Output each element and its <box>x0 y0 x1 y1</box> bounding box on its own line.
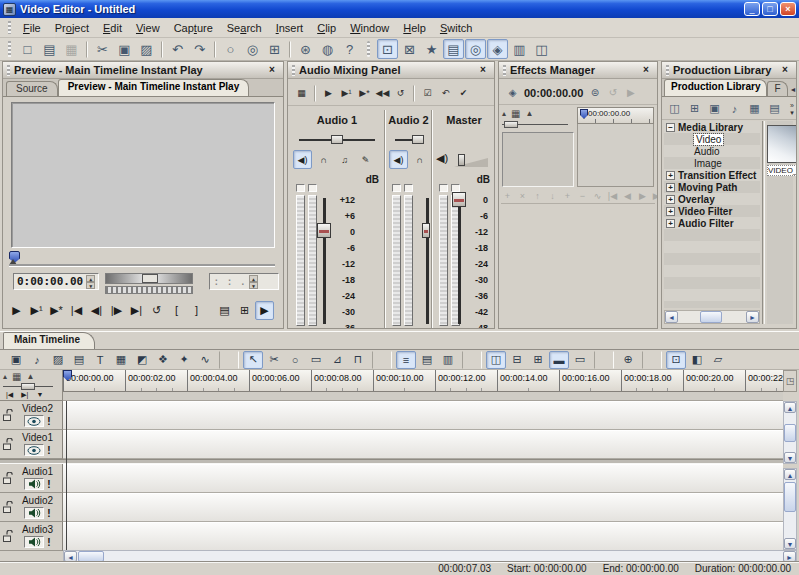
undo-button[interactable]: ↶ <box>167 39 188 59</box>
toolbar-separator[interactable] <box>314 85 316 102</box>
toggle-production-library-button[interactable]: ▤ <box>443 39 464 59</box>
timeline-ruler[interactable]: 00:00:00.0000:00:02.0000:00:04.0000:00:0… <box>63 370 783 392</box>
toolbar-separator[interactable] <box>214 41 216 58</box>
toolbar-separator[interactable] <box>594 351 614 369</box>
timeline-zoom-slider[interactable] <box>3 383 59 390</box>
insert-moving-path-button[interactable]: ❖ <box>153 351 173 369</box>
toolbar-separator[interactable] <box>413 85 415 102</box>
volume-fader-handle[interactable] <box>452 192 466 207</box>
tree-expand-icon[interactable]: + <box>666 171 675 180</box>
toggle-video-effects-button[interactable]: ★ <box>421 39 442 59</box>
tab-main-timeline[interactable]: Main Timeline <box>3 332 95 349</box>
save-button[interactable]: ▦ <box>61 39 82 59</box>
mixer-record-enable-button[interactable]: ☑ <box>419 85 436 102</box>
menu-switch[interactable]: Switch <box>433 20 479 36</box>
tree-overlay[interactable]: + Overlay <box>664 193 760 205</box>
insert-title-clip-button[interactable]: T <box>90 351 110 369</box>
shuttle-slider[interactable] <box>105 273 193 284</box>
fx-add-key-button[interactable]: + <box>561 190 574 203</box>
prev-frame-button[interactable]: ◀| <box>87 301 106 320</box>
lock-icon[interactable] <box>2 501 14 514</box>
insert-video-clip-button[interactable]: ▦ <box>111 351 131 369</box>
menu-window[interactable]: Window <box>343 20 396 36</box>
track-header[interactable]: Audio3 ! <box>0 522 63 551</box>
ruler-corner-button[interactable]: ◳ <box>783 370 797 392</box>
insert-audio-clip-button[interactable]: ♪ <box>725 100 744 118</box>
channel-speaker-button[interactable]: ◀) <box>389 150 408 169</box>
tree-image[interactable]: Image <box>664 157 760 169</box>
track-lane[interactable] <box>63 493 783 522</box>
menu-edit[interactable]: Edit <box>96 20 129 36</box>
insert-image-clip-button[interactable]: ▤ <box>765 100 784 118</box>
toolbar-grip[interactable] <box>367 41 370 57</box>
fx-first-key-button[interactable]: |◀ <box>606 190 619 203</box>
zoom-out-icon[interactable]: ▴ <box>502 109 506 118</box>
channel-headphones-button[interactable]: ∩ <box>314 150 333 169</box>
view-thumbnails-button[interactable]: ◫ <box>665 100 684 118</box>
effects-playhead-icon[interactable] <box>580 109 588 119</box>
mixer-play-button[interactable]: ▶ <box>320 85 337 102</box>
new-project-button[interactable]: □ <box>17 39 38 59</box>
mixer-close-icon[interactable]: × <box>476 64 490 77</box>
channel-speaker-button[interactable]: ◀) <box>293 150 312 169</box>
tab-partial[interactable]: F <box>767 81 787 96</box>
track-audible-icon[interactable] <box>24 478 44 490</box>
scroll-up-icon[interactable]: ▲ <box>784 402 796 413</box>
loop-playback-button[interactable]: ↺ <box>147 301 166 320</box>
fx-last-key-button[interactable]: ▶| <box>651 190 658 203</box>
jog-wheel[interactable] <box>105 286 193 294</box>
lock-tool-button[interactable]: ⊓ <box>348 351 368 369</box>
mixer-play-once-button[interactable]: ▶¹ <box>338 85 355 102</box>
insert-audio-file-button[interactable]: ♪ <box>27 351 47 369</box>
playback-options-button[interactable]: ⊞ <box>235 301 254 320</box>
track-options-icon[interactable]: ▼ <box>36 391 43 399</box>
toolbar-separator[interactable] <box>642 351 662 369</box>
play-once-button[interactable]: ▶¹ <box>27 301 46 320</box>
menu-help[interactable]: Help <box>396 20 433 36</box>
menu-clip[interactable]: Clip <box>310 20 343 36</box>
add-track-button[interactable]: ⊕ <box>618 351 638 369</box>
paste-button[interactable]: ▨ <box>136 39 157 59</box>
scroll-up-icon[interactable]: ▲ <box>784 469 796 480</box>
effects-zoom-slider[interactable] <box>502 121 574 128</box>
play-button[interactable]: ▶ <box>7 301 26 320</box>
internet-button[interactable]: ◍ <box>317 39 338 59</box>
track-lane[interactable] <box>63 401 783 430</box>
minimize-button[interactable]: _ <box>744 2 760 16</box>
go-start-button[interactable]: |◀ <box>67 301 86 320</box>
tree-expand-icon[interactable]: + <box>666 183 675 192</box>
zoom-in-icon[interactable]: ▲ <box>525 109 533 118</box>
toolbar-separator[interactable] <box>219 351 239 369</box>
new-gallery-button[interactable]: ▣ <box>705 100 724 118</box>
library-close-icon[interactable]: × <box>778 64 792 77</box>
effects-key-list[interactable] <box>502 132 574 187</box>
insert-video-file-button[interactable]: ▣ <box>6 351 26 369</box>
effects-key-timeline[interactable] <box>577 124 654 187</box>
menu-file[interactable]: File <box>16 20 48 36</box>
mixer-play-selected-button[interactable]: ▶* <box>356 85 373 102</box>
redo-button[interactable]: ↷ <box>189 39 210 59</box>
preview-panel-titlebar[interactable]: Preview - Main Timeline Instant Play × <box>3 62 283 79</box>
track-audible-icon[interactable] <box>24 507 44 519</box>
tab-preview-main-timeline[interactable]: Preview - Main Timeline Instant Play <box>58 79 250 96</box>
volume-fader-handle[interactable] <box>317 223 331 238</box>
menu-search[interactable]: Search <box>220 20 269 36</box>
search-again-button[interactable]: ◎ <box>242 39 263 59</box>
fx-move-up-button[interactable]: ↑ <box>531 190 544 203</box>
help-button[interactable]: ? <box>339 39 360 59</box>
effects-close-icon[interactable]: × <box>639 64 653 77</box>
fx-remove-key-button[interactable]: − <box>576 190 589 203</box>
timeline-view-button[interactable]: ≡ <box>396 351 416 369</box>
track-header[interactable]: Audio2 ! <box>0 493 63 522</box>
insert-audio-filter-button[interactable]: ∿ <box>195 351 215 369</box>
track-lane[interactable] <box>63 522 783 551</box>
track-audible-icon[interactable] <box>24 536 44 548</box>
play-selected-button[interactable]: ▶* <box>47 301 66 320</box>
lock-icon[interactable] <box>2 438 14 451</box>
video-tracks-scrollbar[interactable]: ▲ ▼ <box>783 401 797 464</box>
copy-button[interactable]: ▣ <box>114 39 135 59</box>
pan-slider[interactable] <box>395 135 422 144</box>
ruler-units-button[interactable]: ▬ <box>549 351 569 369</box>
toolbar-overflow-icon[interactable]: » <box>790 102 794 109</box>
lock-icon[interactable] <box>2 530 14 543</box>
